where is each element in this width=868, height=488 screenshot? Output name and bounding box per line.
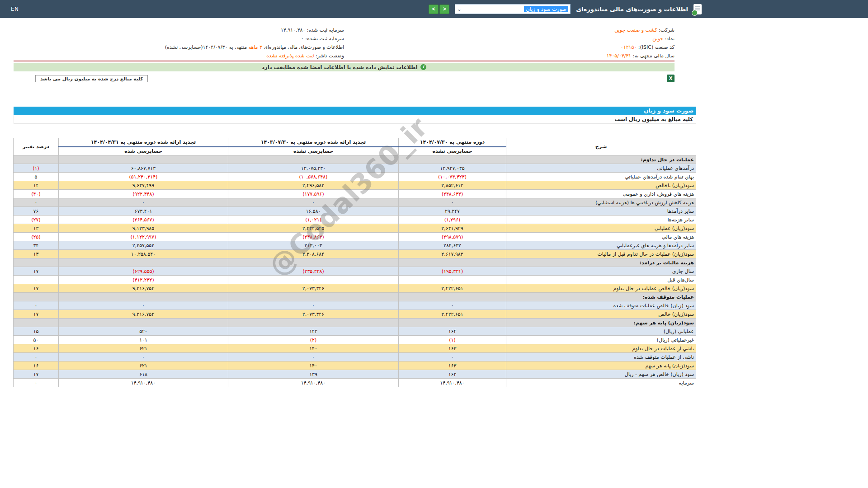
col-subheader-audit-prior: حسابرسی نشده <box>228 147 399 155</box>
row-label: سال‌هاي قبل <box>506 276 696 284</box>
period-nav-buttons: > < <box>429 5 449 14</box>
value-current-period: ۲,۴۲۲,۶۵۱ <box>399 284 506 293</box>
value-current-period <box>399 293 506 301</box>
value-year-end: ۱۰۱ <box>59 336 228 344</box>
value-change-percent: ۵۰ <box>14 336 59 344</box>
value-prior-period: ۰ <box>228 276 399 284</box>
value-year-end: ۱۰,۲۵۸,۵۴۰ <box>59 250 228 258</box>
statement-row: سود(زيان) عمليات در حال تداوم قبل از مال… <box>14 250 696 258</box>
value-current-period: ۲,۶۳۱,۹۲۹ <box>399 224 506 233</box>
company-info-cell-left: سرمایه ثبت شده: ۱۴,۹۱۰,۴۸۰ <box>14 26 344 34</box>
statement-row: هزينه هاي فروش، اداري و عمومي(۲۴۸,۶۳۴)(۱… <box>14 190 696 198</box>
value-year-end: (۶۲۹,۵۵۵) <box>59 267 228 276</box>
row-label: درآمدهاي عملياتي <box>506 164 696 173</box>
red-divider-line <box>14 61 675 61</box>
value-current-period: ۰ <box>399 353 506 361</box>
row-label: ساير درآمدها <box>506 207 696 216</box>
statement-row: ناشي از عمليات در حال تداوم۱۶۳۱۴۰۶۲۱۱۶ <box>14 344 696 353</box>
value-change-percent: ۱۶ <box>14 361 59 370</box>
value-prior-period <box>228 293 399 301</box>
value-change-percent: ۷۶ <box>14 207 59 216</box>
tools-row: X کلیه مبالغ درج شده به میلیون ریال می ب… <box>14 75 696 84</box>
statement-title-bar: صورت سود و زیان <box>14 107 696 115</box>
col-subheader-audit-year-end: حسابرسی شده <box>59 147 228 155</box>
value-prior-period: (۲۳۵,۳۳۸) <box>228 267 399 276</box>
value-prior-period: ۲,۳۰۸,۶۸۴ <box>228 250 399 258</box>
value-prior-period: ۲,۰۷۳,۳۴۶ <box>228 310 399 319</box>
statement-row: سرمايه۱۴,۹۱۰,۴۸۰۱۴,۹۱۰,۴۸۰۱۴,۹۱۰,۴۸۰۰ <box>14 379 696 387</box>
statement-row: عملیات در حال تداوم: <box>14 155 696 164</box>
col-header-description: شرح <box>506 138 696 155</box>
statement-row: ناشي از عمليات متوقف شده۰۰۰۰ <box>14 353 696 361</box>
value-change-percent: ۱۴ <box>14 181 59 190</box>
value-change-percent: ۱۳ <box>14 250 59 258</box>
col-header-prior-period: تجدید ارائه شده دوره منتهی به ۱۴۰۳/۰۷/۳۰ <box>228 138 399 147</box>
statement-row: عمليات متوقف شده: <box>14 293 696 301</box>
statement-row: عملياتي (ريال)۱۶۴۱۴۲۵۲۰۱۵ <box>14 327 696 336</box>
value-prior-period <box>228 258 399 267</box>
value-current-period: ۱۴,۹۱۰,۴۸۰ <box>399 379 506 387</box>
statement-row: سود(زيان) پايه هر سهم: <box>14 319 696 327</box>
signature-banner-text: اطلاعات نمایش داده شده با اطلاعات امضا ش… <box>262 64 418 70</box>
value-change-percent: ۱۷ <box>14 284 59 293</box>
report-type-select[interactable]: صورت سود و زیان ⌄ <box>455 4 571 14</box>
statement-row: هزينه هاي مالي(۲۹۸,۵۷۹)(۲۳۸,۸۶۴)(۱,۱۲۲,۹… <box>14 233 696 241</box>
value-current-period: ۱۲,۹۲۷,۰۳۵ <box>399 164 506 173</box>
value-current-period: ۲,۴۲۲,۶۵۱ <box>399 310 506 319</box>
company-info-cell-left: سرمایه ثبت نشده: ۰ <box>14 34 344 43</box>
value-prior-period: ۰ <box>228 353 399 361</box>
value-current-period <box>399 319 506 327</box>
statement-row: ساير درآمدها و هزينه هاي غيرعملياتي۲۸۴,۶… <box>14 241 696 250</box>
value-change-percent: ۰ <box>14 353 59 361</box>
value-year-end: ۰ <box>59 353 228 361</box>
excel-export-icon[interactable]: X <box>667 75 675 82</box>
statement-row: سال جاري(۱۹۵,۳۳۱)(۲۳۵,۳۳۸)(۶۲۹,۵۵۵)۱۷ <box>14 267 696 276</box>
value-change-percent: ۱۵ <box>14 327 59 336</box>
value-current-period: ۰ <box>399 276 506 284</box>
value-year-end: ۹,۱۲۳,۹۸۵ <box>59 224 228 233</box>
value-year-end: (۱,۱۲۲,۹۹۷) <box>59 233 228 241</box>
language-toggle[interactable]: EN <box>11 6 19 12</box>
info-icon: i <box>420 64 426 70</box>
statement-row: سود(زيان) ناخالص۲,۸۵۲,۶۱۲۲,۴۹۶,۵۸۲۹,۶۳۷,… <box>14 181 696 190</box>
prev-period-button[interactable]: > <box>439 5 449 14</box>
value-prior-period: ۲۱۳,۰۰۳ <box>228 241 399 250</box>
row-label: عملیات در حال تداوم: <box>506 155 696 164</box>
value-year-end: (۲۶۴,۵۶۷) <box>59 216 228 224</box>
statement-row: هزينه ماليات بر درآمد: <box>14 258 696 267</box>
company-info-table: شرکت: کشت و صنعت جوینسرمایه ثبت شده: ۱۴,… <box>14 26 675 60</box>
value-current-period: ۱۶۳ <box>399 361 506 370</box>
row-label: سود(زيان) پايه هر سهم: <box>506 319 696 327</box>
row-label: سود(زيان) پايه هر سهم <box>506 361 696 370</box>
row-label: عمليات متوقف شده: <box>506 293 696 301</box>
value-year-end: ۰ <box>59 301 228 310</box>
row-label: سود(زيان) عملياتي <box>506 224 696 233</box>
value-year-end <box>59 155 228 164</box>
statement-row: سود(زيان) عملياتي۲,۶۳۱,۹۲۹۲,۳۳۴,۵۴۵۹,۱۲۳… <box>14 224 696 233</box>
report-type-selected-value: صورت سود و زیان <box>524 6 568 12</box>
value-prior-period: (۱۷۷,۵۹۶) <box>228 190 399 198</box>
value-change-percent: ۰ <box>14 198 59 207</box>
topbar: اطلاعات و صورت‌های مالی میاندوره‌ای صورت… <box>0 0 868 18</box>
value-current-period: ۲,۸۵۲,۶۱۲ <box>399 181 506 190</box>
statement-row: درآمدهاي عملياتي۱۲,۹۲۷,۰۳۵۱۳,۰۷۵,۲۳۰۶۰,۸… <box>14 164 696 173</box>
statement-row: سود (زيان) خالص هر سهم - ريال۱۶۲۱۳۹۶۱۸۱۷ <box>14 370 696 379</box>
value-current-period: (۱۰,۰۷۴,۴۲۳) <box>399 173 506 181</box>
value-prior-period: ۱۴۲ <box>228 327 399 336</box>
value-current-period: ۱۶۴ <box>399 327 506 336</box>
row-label: ساير درآمدها و هزينه هاي غيرعملياتي <box>506 241 696 250</box>
value-prior-period: ۲,۳۳۴,۵۴۵ <box>228 224 399 233</box>
value-year-end: ۱۴,۹۱۰,۴۸۰ <box>59 379 228 387</box>
statement-row: سال‌هاي قبل۰۰(۴۱۲,۲۳۲)۰ <box>14 276 696 284</box>
row-label: هزينه کاهش ارزش دريافتني ها (هزينه استثن… <box>506 198 696 207</box>
value-prior-period: ۱۴,۹۱۰,۴۸۰ <box>228 379 399 387</box>
next-period-button[interactable]: < <box>429 5 439 14</box>
value-change-percent: (۲۵) <box>14 233 59 241</box>
value-prior-period: ۱۳,۰۷۵,۲۳۰ <box>228 164 399 173</box>
signature-banner: i اطلاعات نمایش داده شده با اطلاعات امضا… <box>14 63 675 71</box>
value-current-period: (۱۹۵,۳۳۱) <box>399 267 506 276</box>
page-title: اطلاعات و صورت‌های مالی میاندوره‌ای <box>576 6 688 13</box>
row-label: عملياتي (ريال) <box>506 327 696 336</box>
value-year-end: ۹,۲۱۶,۷۵۳ <box>59 284 228 293</box>
statement-row: بهاي تمام شده درآمدهاي عملياتي(۱۰,۰۷۴,۴۲… <box>14 173 696 181</box>
